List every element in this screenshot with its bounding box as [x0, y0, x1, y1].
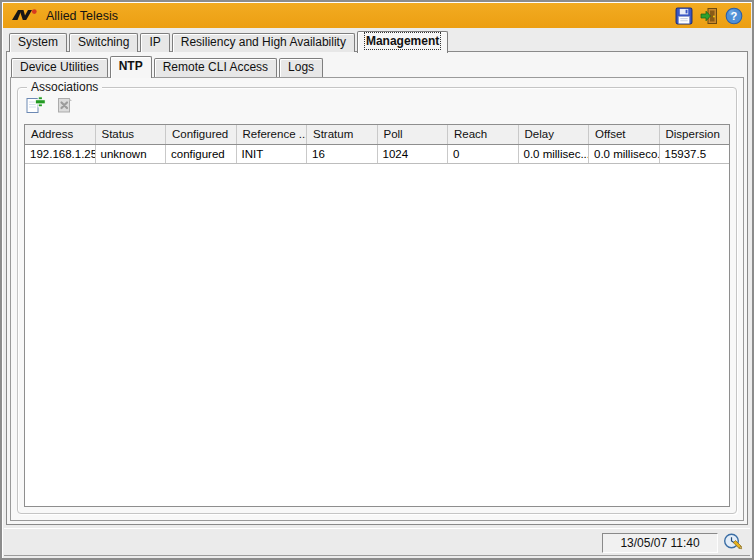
column-header-poll[interactable]: Poll	[378, 125, 449, 144]
column-header-reference[interactable]: Reference ...	[237, 125, 308, 144]
tab-logs[interactable]: Logs	[279, 58, 323, 77]
tab-management[interactable]: Management	[357, 31, 448, 53]
table-empty-area	[25, 164, 729, 506]
tab-ntp[interactable]: NTP	[110, 56, 152, 78]
cell-reference: INIT	[237, 145, 308, 163]
tab-remote-cli-access[interactable]: Remote CLI Access	[154, 58, 277, 77]
tab-switching[interactable]: Switching	[69, 33, 138, 52]
associations-groupbox: Associations	[17, 87, 737, 514]
table-row[interactable]: 192.168.1.254 unknown configured INIT 16…	[25, 145, 729, 164]
associations-table: Address Status Configured Reference ... …	[24, 124, 730, 507]
help-icon[interactable]: ?	[725, 7, 743, 25]
column-header-address[interactable]: Address	[25, 125, 96, 144]
column-header-status[interactable]: Status	[96, 125, 167, 144]
table-header-row: Address Status Configured Reference ... …	[25, 125, 729, 145]
titlebar: Allied Telesis	[3, 3, 751, 28]
clock-edit-icon[interactable]	[723, 532, 743, 552]
column-header-reach[interactable]: Reach	[448, 125, 519, 144]
column-header-delay[interactable]: Delay	[519, 125, 590, 144]
delete-icon	[55, 96, 75, 115]
groupbox-title: Associations	[27, 80, 102, 94]
statusbar: 13/05/07 11:40	[4, 528, 750, 556]
column-header-dispersion[interactable]: Dispersion	[660, 125, 730, 144]
app-window: Allied Telesis	[0, 0, 754, 560]
tab-system[interactable]: System	[9, 33, 67, 52]
datetime-display: 13/05/07 11:40	[602, 533, 718, 553]
column-header-offset[interactable]: Offset	[589, 125, 660, 144]
save-icon[interactable]	[675, 7, 693, 25]
allied-telesis-logo-icon	[11, 8, 39, 23]
ntp-panel: Associations	[10, 77, 744, 521]
cell-stratum: 16	[307, 145, 378, 163]
window-title: Allied Telesis	[46, 9, 118, 23]
column-header-stratum[interactable]: Stratum	[307, 125, 378, 144]
secondary-tabs: Device Utilities NTP Remote CLI Access L…	[11, 57, 325, 77]
associations-toolbar	[26, 96, 75, 115]
cell-address: 192.168.1.254	[25, 145, 96, 163]
cell-reach: 0	[448, 145, 519, 163]
management-panel: Device Utilities NTP Remote CLI Access L…	[6, 51, 748, 525]
cell-configured: configured	[166, 145, 237, 163]
exit-icon[interactable]	[700, 7, 718, 25]
tab-device-utilities[interactable]: Device Utilities	[11, 58, 108, 77]
add-icon[interactable]	[26, 96, 46, 115]
cell-dispersion: 15937.5	[660, 145, 730, 163]
cell-offset: 0.0 milliseco...	[589, 145, 660, 163]
titlebar-actions: ?	[675, 7, 743, 25]
tab-ip[interactable]: IP	[140, 33, 169, 52]
svg-text:?: ?	[731, 9, 738, 21]
column-header-configured[interactable]: Configured	[166, 125, 237, 144]
primary-tabs: System Switching IP Resiliency and High …	[9, 32, 450, 52]
tab-resiliency[interactable]: Resiliency and High Availability	[172, 33, 355, 52]
cell-poll: 1024	[378, 145, 449, 163]
cell-status: unknown	[96, 145, 167, 163]
cell-delay: 0.0 millisec...	[519, 145, 590, 163]
